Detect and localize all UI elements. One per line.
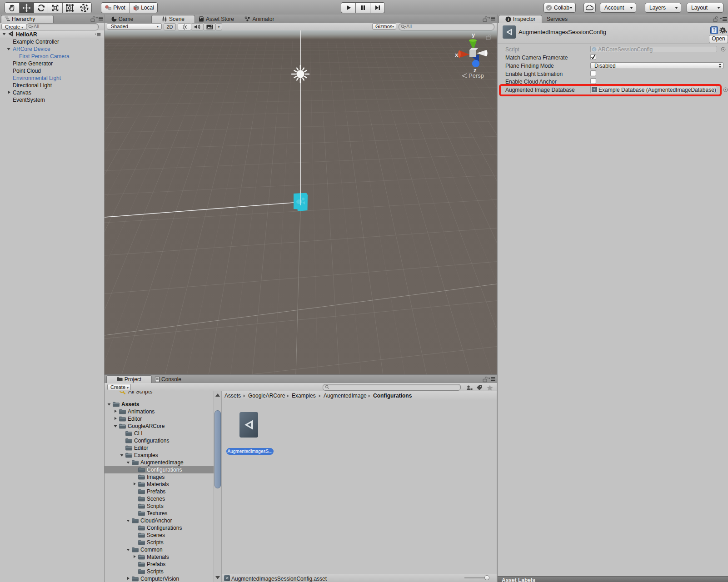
svg-text:i: i <box>508 17 509 21</box>
svg-text:?: ? <box>713 28 715 33</box>
svg-text:y: y <box>472 31 475 38</box>
svg-text:Persp: Persp <box>469 72 484 79</box>
svg-text:c: c <box>593 48 595 51</box>
svg-text:x: x <box>455 51 459 58</box>
